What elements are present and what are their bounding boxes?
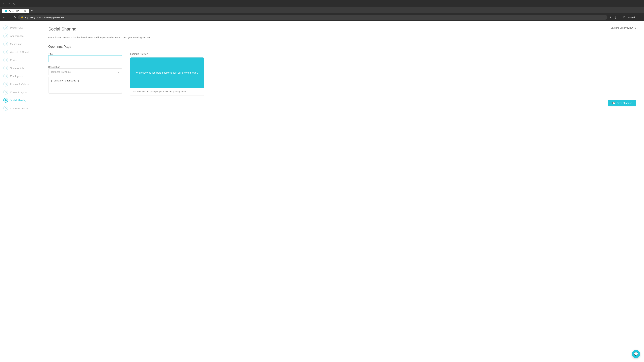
page-header: Social Sharing Careers Site Preview — [48, 26, 636, 32]
active-tab[interactable]: Breezy HR ✕ — [2, 9, 29, 13]
main-content: Social Sharing Careers Site Preview Use … — [40, 21, 644, 362]
forward-button[interactable]: → — [7, 2, 11, 6]
svg-point-1 — [5, 35, 6, 37]
form-right: Example Preview We're looking for great … — [130, 53, 204, 96]
reload-button[interactable]: ↻ — [12, 2, 16, 6]
page-description: Use this form to customize the descripti… — [48, 36, 162, 39]
photos-videos-icon — [3, 82, 8, 86]
svg-point-8 — [5, 91, 6, 93]
tab-bar: Breezy HR ✕ + — [0, 7, 644, 13]
back-button[interactable]: ← — [2, 2, 6, 6]
description-field-label: Description — [48, 66, 60, 68]
address-back-button[interactable]: ← — [2, 15, 6, 19]
browser-actions: ★ ▯ ⇣ □ Incognito ⋮ — [609, 15, 642, 19]
profile-icon[interactable]: Incognito — [627, 15, 636, 19]
sidebar-label-website-social: Website & Social — [10, 51, 29, 53]
section-title: Openings Page — [48, 45, 636, 49]
url-text: app.breezy.hr/app/c/moodjoy/portal/meta — [25, 16, 64, 18]
preview-body-text: We're looking for great people to join o… — [133, 90, 186, 93]
portal-type-icon — [3, 25, 8, 30]
address-forward-button[interactable]: → — [8, 15, 12, 19]
svg-point-2 — [5, 43, 6, 45]
form-columns: Title Description Template Variables ⌄ [… — [48, 53, 636, 96]
sidebar-item-photos-videos[interactable]: Photos & Videos — [0, 80, 40, 88]
page-title: Social Sharing — [48, 26, 76, 32]
save-btn-row: 💾 Save Changes — [48, 100, 636, 106]
svg-point-10 — [5, 107, 6, 109]
svg-point-3 — [5, 51, 6, 53]
chevron-down-icon: ⌄ — [118, 70, 120, 73]
employees-icon — [3, 74, 8, 78]
browser-chrome: ← → ↻ — [0, 0, 644, 7]
sidebar-label-perks: Perks — [10, 59, 16, 61]
website-social-icon — [3, 50, 8, 54]
lock-icon: 🔒 — [21, 16, 23, 18]
careers-site-preview-link[interactable]: Careers Site Preview — [611, 26, 636, 29]
bookmark-icon[interactable]: ★ — [609, 15, 612, 19]
sidebar-label-messaging: Messaging — [10, 42, 22, 45]
sidebar-label-content-layout: Content Layout — [10, 91, 27, 94]
tab-title: Breezy HR — [9, 10, 19, 12]
sidebar-label-photos-videos: Photos & Videos — [10, 83, 29, 86]
menu-icon[interactable]: ⋮ — [638, 15, 642, 19]
sidebar-item-messaging[interactable]: Messaging — [0, 40, 40, 48]
sidebar-item-perks[interactable]: Perks — [0, 56, 40, 64]
perks-icon — [3, 58, 8, 62]
svg-point-7 — [5, 83, 6, 85]
tab-close-button[interactable]: ✕ — [24, 10, 26, 12]
sidebar-label-testimonials: Testimonials — [10, 67, 24, 69]
sidebar-item-content-layout[interactable]: Content Layout — [0, 88, 40, 96]
address-bar[interactable]: 🔒 app.breezy.hr/app/c/moodjoy/portal/met… — [18, 15, 608, 19]
messaging-icon — [3, 41, 8, 46]
title-field-label: Title — [48, 53, 53, 55]
preview-card: We're looking for great people to join o… — [130, 57, 204, 96]
form-left: Title Description Template Variables ⌄ [… — [48, 53, 122, 94]
careers-preview-label: Careers Site Preview — [611, 26, 633, 29]
chat-widget-button[interactable]: 💬 — [632, 350, 640, 358]
svg-point-9 — [5, 99, 6, 101]
sidebar-item-custom-css-js[interactable]: Custom CSS/JS — [0, 104, 40, 112]
appearance-icon — [3, 33, 8, 38]
social-sharing-icon — [3, 98, 8, 103]
sidebar-item-appearance[interactable]: Appearance — [0, 32, 40, 40]
sidebar-label-custom-css-js: Custom CSS/JS — [10, 107, 28, 110]
external-link-icon — [634, 27, 636, 29]
sidebar-item-employees[interactable]: Employees — [0, 72, 40, 80]
template-variables-label: Template Variables — [51, 70, 70, 73]
new-tab-button[interactable]: + — [29, 8, 35, 13]
custom-css-js-icon — [3, 106, 8, 111]
address-reload-button[interactable]: ↻ — [13, 15, 17, 19]
template-variables-dropdown[interactable]: Template Variables ⌄ — [48, 68, 122, 75]
sidebar-item-portal-type[interactable]: Portal Type — [0, 24, 40, 32]
save-icon: 💾 — [612, 102, 615, 104]
split-screen-icon[interactable]: □ — [623, 15, 626, 19]
app-layout: Portal Type Appearance Messaging Website… — [0, 21, 644, 362]
sidebar-label-employees: Employees — [10, 75, 22, 78]
extensions-icon[interactable]: ▯ — [614, 15, 617, 19]
tab-favicon — [5, 10, 8, 12]
chat-icon: 💬 — [634, 352, 638, 356]
preview-image: We're looking for great people to join o… — [130, 57, 204, 88]
sidebar-item-website-social[interactable]: Website & Social — [0, 48, 40, 56]
description-textarea[interactable]: [[company_subheader]] — [48, 77, 122, 93]
save-changes-button[interactable]: 💾 Save Changes — [608, 100, 636, 106]
address-bar-row: ← → ↻ 🔒 app.breezy.hr/app/c/moodjoy/port… — [0, 13, 644, 21]
preview-body: We're looking for great people to join o… — [130, 88, 204, 95]
save-button-label: Save Changes — [616, 102, 632, 104]
sidebar-label-appearance: Appearance — [10, 34, 24, 37]
sidebar-item-testimonials[interactable]: Testimonials — [0, 64, 40, 72]
sidebar-label-social-sharing: Social Sharing — [10, 99, 26, 102]
download-icon[interactable]: ⇣ — [618, 15, 622, 19]
sidebar-label-portal-type: Portal Type — [10, 26, 23, 29]
sidebar-item-social-sharing[interactable]: Social Sharing — [0, 96, 40, 104]
example-preview-label: Example Preview — [130, 53, 204, 55]
browser-nav: ← → ↻ — [2, 2, 16, 6]
svg-point-4 — [5, 59, 6, 61]
svg-point-5 — [5, 67, 6, 69]
testimonials-icon — [3, 66, 8, 70]
title-input[interactable] — [48, 55, 122, 62]
svg-point-6 — [5, 75, 6, 77]
preview-image-text: We're looking for great people to join o… — [134, 68, 200, 77]
content-layout-icon — [3, 90, 8, 94]
svg-point-0 — [5, 27, 6, 29]
